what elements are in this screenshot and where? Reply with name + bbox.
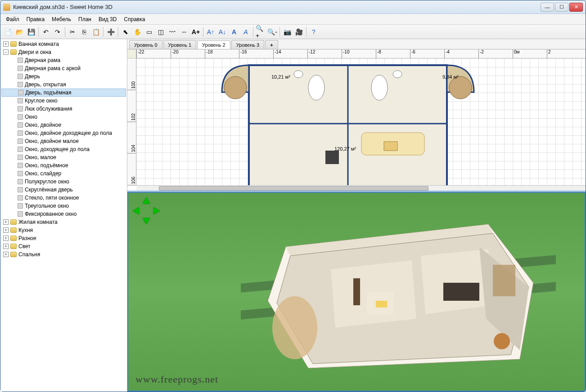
video-button[interactable]: 🎥 [293, 27, 304, 37]
tree-item[interactable]: Окно, двойное доходящее до пола [1, 129, 126, 137]
tree-item[interactable]: Окно, слайдер [1, 169, 126, 178]
floor-plan-drawing[interactable]: 10,21 м² 9,84 м² 120,27 м² [190, 61, 505, 185]
tree-item[interactable]: Круглое окно [1, 97, 126, 105]
close-button[interactable]: ✕ [569, 3, 583, 12]
furniture-icon [18, 195, 23, 200]
furniture-icon [18, 147, 23, 152]
level-tab[interactable]: Уровень 2 [197, 40, 230, 49]
ruler-tick: -20 [171, 49, 205, 58]
furniture-catalog-tree[interactable]: +Ванная комната−Двери и окнаДверная рама… [0, 39, 127, 392]
zoom-out-button[interactable]: 🔍- [267, 27, 278, 37]
tree-category[interactable]: +Свет [1, 242, 126, 250]
expand-icon[interactable]: + [3, 41, 9, 47]
text-decrease-button[interactable]: A↓ [217, 27, 228, 37]
expand-icon[interactable]: + [3, 219, 9, 225]
copy-button[interactable]: ⎘ [79, 27, 90, 37]
add-furniture-button[interactable]: ➕ [105, 27, 116, 37]
photo-button[interactable]: 📷 [282, 27, 293, 37]
expand-icon[interactable]: + [3, 236, 9, 241]
tree-category[interactable]: +Жилая комната [1, 218, 126, 226]
separator-icon [103, 27, 104, 37]
plan-scrollbar-horizontal[interactable] [136, 185, 586, 191]
expand-icon[interactable]: + [3, 252, 9, 257]
tree-category[interactable]: +Разное [1, 234, 126, 242]
text-increase-button[interactable]: A↑ [205, 27, 216, 37]
tree-item[interactable]: Дверь [1, 72, 126, 80]
add-level-button[interactable]: + [265, 40, 278, 49]
text-italic-button[interactable]: A [240, 27, 251, 37]
tree-item[interactable]: Дверная рама с аркой [1, 64, 126, 72]
expand-icon[interactable]: + [3, 227, 9, 233]
nav-right-icon[interactable] [153, 207, 160, 214]
nav-left-icon[interactable] [133, 207, 139, 214]
zoom-in-button[interactable]: 🔍+ [255, 27, 266, 37]
scrollbar-thumb[interactable] [159, 186, 428, 191]
tree-item-label: Круглое окно [25, 98, 58, 104]
tree-item[interactable]: Окно, доходящее до пола [1, 145, 126, 153]
tree-item[interactable]: Дверь, подъёмная [1, 89, 126, 97]
help-button[interactable]: ? [308, 27, 319, 37]
tree-item[interactable]: Окно, малое [1, 153, 126, 161]
level-tab[interactable]: Уровень 0 [129, 40, 162, 49]
tree-item[interactable]: Окно, подъёмное [1, 161, 126, 169]
separator-icon [279, 27, 280, 37]
save-button[interactable]: 💾 [26, 27, 36, 37]
house-3d-render [241, 202, 556, 373]
tree-item[interactable]: Окно [1, 113, 126, 121]
tree-category[interactable]: +Кухня [1, 226, 126, 234]
tree-item[interactable]: Полукруглое окно [1, 178, 126, 186]
folder-icon [10, 244, 17, 249]
collapse-icon[interactable]: − [3, 49, 9, 55]
menu-file[interactable]: Файл [2, 15, 23, 23]
room-area-label: 120,27 м² [334, 146, 356, 151]
menu-3dview[interactable]: Вид 3D [95, 15, 120, 23]
plan-grid[interactable]: 10,21 м² 9,84 м² 120,27 м² [136, 58, 586, 185]
menu-edit[interactable]: Правка [23, 15, 49, 23]
menu-help[interactable]: Справка [120, 15, 149, 23]
text-tool-button[interactable]: A+ [190, 27, 201, 37]
tree-item[interactable]: Дверная рама [1, 56, 126, 64]
undo-button[interactable]: ↶ [41, 27, 51, 37]
tree-item[interactable]: Треугольное окно [1, 202, 126, 210]
nav-up-icon[interactable] [143, 197, 150, 204]
new-button[interactable]: 📄 [2, 27, 13, 37]
dimension-tool-button[interactable]: ↔ [179, 27, 189, 37]
minimize-button[interactable]: — [541, 3, 554, 12]
redo-button[interactable]: ↷ [52, 27, 63, 37]
ruler-tick: 106 [127, 154, 136, 186]
window-controls: — ☐ ✕ [541, 3, 583, 12]
select-tool-button[interactable]: ⬉ [120, 27, 131, 37]
tree-item[interactable]: Фиксированное окно [1, 210, 126, 218]
tree-item[interactable]: Скруглённая дверь [1, 186, 126, 194]
pan-tool-button[interactable]: ✋ [132, 27, 143, 37]
tree-item[interactable]: Окно, двойное [1, 121, 126, 129]
tree-item-label: Стекло, пяти оконное [25, 195, 79, 201]
menu-furniture[interactable]: Мебель [48, 15, 75, 23]
open-button[interactable]: 📂 [14, 27, 25, 37]
plan-canvas[interactable]: -22-20-18-16-14-12-10-8-6-4-20м2 1001021… [127, 49, 586, 191]
tree-category[interactable]: −Двери и окна [1, 48, 126, 56]
level-tab[interactable]: Уровень 1 [163, 40, 197, 49]
tree-category[interactable]: +Ванная комната [1, 40, 126, 48]
furniture-icon [18, 90, 23, 95]
menu-plan[interactable]: План [75, 15, 95, 23]
polyline-tool-button[interactable]: 〰 [167, 27, 178, 37]
tree-category[interactable]: +Спальня [1, 250, 126, 258]
tree-item[interactable]: Стекло, пяти оконное [1, 194, 126, 202]
view-3d-panel[interactable]: www.freeprogs.net [127, 192, 586, 392]
maximize-button[interactable]: ☐ [555, 3, 568, 12]
nav-down-icon[interactable] [143, 218, 150, 224]
text-bold-button[interactable]: A [229, 27, 239, 37]
titlebar[interactable]: Киевский дом.sh3d - Sweet Home 3D — ☐ ✕ [0, 0, 586, 14]
wall-tool-button[interactable]: ▭ [144, 27, 154, 37]
tree-item[interactable]: Дверь, открытая [1, 80, 126, 89]
room-tool-button[interactable]: ◫ [155, 27, 166, 37]
tree-item-label: Фиксированное окно [25, 211, 77, 217]
tree-item-label: Окно [25, 114, 37, 120]
tree-item[interactable]: Люк обслуживания [1, 105, 126, 113]
tree-item[interactable]: Окно, двойное малое [1, 137, 126, 145]
expand-icon[interactable]: + [3, 244, 9, 249]
cut-button[interactable]: ✂ [67, 27, 78, 37]
level-tab[interactable]: Уровень 3 [231, 40, 265, 49]
paste-button[interactable]: 📋 [90, 27, 101, 37]
